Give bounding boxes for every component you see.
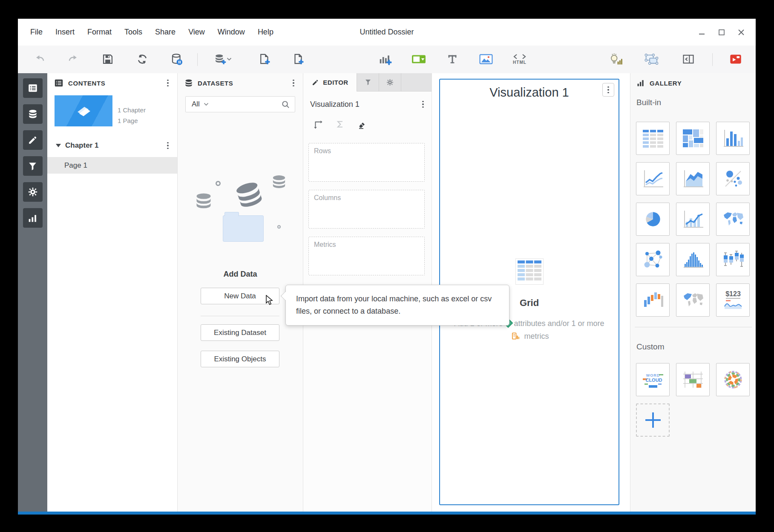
add-image-icon[interactable] [477,50,495,68]
sigma-totals-icon[interactable] [335,119,345,129]
menu-help[interactable]: Help [251,28,280,37]
contents-menu-icon[interactable] [165,78,170,89]
add-selector-icon[interactable] [410,50,428,68]
undo-icon[interactable] [31,50,49,68]
filter-icon[interactable] [23,156,43,176]
dossier-thumbnail[interactable] [55,95,112,126]
gallery-tile-kpi[interactable]: $123 [716,283,750,317]
refresh-icon[interactable] [133,50,151,68]
edit-icon[interactable] [23,130,43,150]
contents-panel: CONTENTS 1 Chapter 1 Page Chapter 1 Page… [47,73,178,512]
gallery-panel: GALLERY Built-in [630,73,756,512]
menu-file[interactable]: File [24,28,49,37]
gallery-tile-histogram[interactable] [676,243,710,276]
chapter-row[interactable]: Chapter 1 [47,137,177,154]
datasets-header-icon [184,79,193,87]
pencil-icon [311,79,319,86]
gallery-tile-heat-map[interactable] [676,122,710,155]
visualizations-icon[interactable] [23,208,43,228]
add-page-icon[interactable] [256,50,273,68]
gallery-tile-geospatial[interactable] [676,283,710,317]
gallery-header: GALLERY [650,80,682,87]
tab-format[interactable] [379,73,401,91]
redo-icon[interactable] [64,50,82,68]
menu-insert[interactable]: Insert [49,28,81,37]
menu-window[interactable]: Window [211,28,251,37]
swap-axes-icon[interactable] [313,119,323,129]
search-icon[interactable] [282,100,290,109]
add-dataset-icon[interactable] [210,50,235,68]
divider [635,327,752,327]
add-data-title: Add Data [178,270,303,279]
menu-format[interactable]: Format [81,28,118,37]
present-icon[interactable] [727,50,745,68]
metrics-dropzone[interactable]: Metrics [308,237,425,275]
minimize-button[interactable] [699,29,705,36]
svg-text:CLOUD: CLOUD [645,378,662,383]
gallery-tile-bar-chart[interactable] [716,122,750,155]
new-data-tooltip: Import data from your local machine, suc… [285,285,509,326]
page-count: 1 Page [118,115,146,126]
folder-illustration [223,215,264,242]
save-icon[interactable] [99,50,117,68]
insights-icon[interactable] [606,50,624,68]
gallery-tile-network[interactable] [636,243,670,276]
contents-icon[interactable] [23,78,43,98]
tab-filter[interactable] [357,73,379,91]
gallery-tile-combo-chart[interactable] [676,203,710,236]
left-icon-bar [18,73,47,512]
add-visualization-icon[interactable] [376,50,394,68]
rows-dropzone[interactable]: Rows [308,143,425,182]
visualization-menu-button[interactable] [602,83,614,97]
builtin-gallery-grid: $123 [636,122,750,317]
group-layout-icon[interactable] [643,50,661,68]
window-title: Untitled Dossier [360,19,414,46]
tooltip-text: Import data from your local machine, suc… [296,295,492,315]
builtin-section-label: Built-in [636,98,661,107]
add-text-icon[interactable] [443,50,461,68]
settings-icon[interactable] [23,182,43,202]
add-html-icon[interactable]: HTML [506,50,533,68]
database-status-icon[interactable] [168,50,186,68]
gallery-tile-line-chart[interactable] [636,162,670,195]
svg-text:WORD: WORD [646,373,660,378]
custom-gallery-grid: WORDCLOUD [636,363,750,396]
close-button[interactable] [738,29,745,36]
columns-dropzone[interactable]: Columns [308,190,425,229]
tab-editor[interactable]: EDITOR [303,73,357,92]
menu-share[interactable]: Share [149,28,182,37]
maximize-button[interactable] [718,29,725,36]
add-document-icon[interactable] [289,50,307,68]
gallery-header-icon [636,79,645,87]
gallery-tile-box-plot[interactable] [716,243,750,276]
collapse-chevron-icon[interactable] [56,144,61,147]
gallery-tile-grid[interactable] [636,122,670,155]
page-item[interactable]: Page 1 [47,157,177,174]
datasets-menu-icon[interactable] [291,78,296,89]
menu-view[interactable]: View [182,28,211,37]
gallery-tile-pie-chart[interactable] [636,203,670,236]
gallery-tile-area-chart[interactable] [676,162,710,195]
datasets-icon[interactable] [23,104,43,124]
chevron-down-icon [227,57,232,61]
gallery-tile-map[interactable] [716,203,750,236]
visualization-type-label: Grid [520,297,539,309]
dataset-filter-dropdown[interactable]: All [185,96,295,112]
chapter-label: Chapter 1 [65,141,98,150]
chapter-menu-icon[interactable] [165,140,170,151]
divider [201,316,279,316]
editor-visualization-menu-icon[interactable] [420,99,426,110]
menu-tools[interactable]: Tools [118,28,149,37]
panel-toggle-icon[interactable] [679,50,697,68]
add-custom-visualization-button[interactable] [636,403,670,437]
contents-header: CONTENTS [68,80,105,87]
gallery-tile-bubble-chart[interactable] [716,162,750,195]
eraser-icon[interactable] [357,119,367,129]
menus: File Insert Format Tools Share View Wind… [24,19,280,46]
gallery-tile-waterfall[interactable] [636,283,670,317]
existing-dataset-button[interactable]: Existing Dataset [201,324,279,341]
existing-objects-button[interactable]: Existing Objects [201,351,279,367]
gallery-tile-gantt[interactable] [676,363,710,396]
gallery-tile-word-cloud[interactable]: WORDCLOUD [636,363,670,396]
gallery-tile-sunburst[interactable] [716,363,750,396]
